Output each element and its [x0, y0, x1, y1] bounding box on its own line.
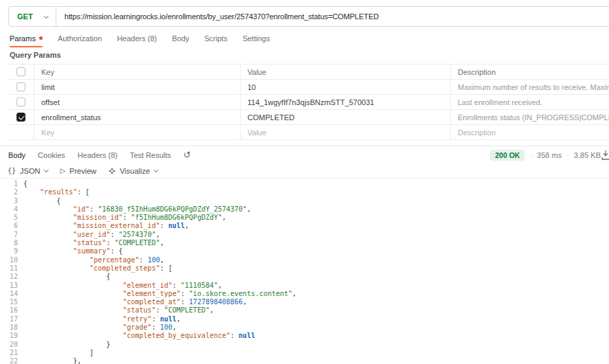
tab-headers[interactable]: Headers (8): [117, 28, 157, 49]
tab-response-headers[interactable]: Headers (8): [78, 151, 118, 159]
param-description[interactable]: Enrollments status (IN_PROGRESS|COMPLETE…: [451, 110, 609, 124]
param-value[interactable]: 114_1wgyfIf7n3qjsBNzmSTT_570031: [241, 95, 451, 109]
status-badge[interactable]: 200 OK: [490, 150, 524, 161]
visualize-button[interactable]: Visualize: [109, 167, 157, 175]
line-number: 4: [0, 205, 18, 214]
save-response-icon[interactable]: [601, 150, 609, 161]
tab-scripts[interactable]: Scripts: [204, 28, 228, 49]
method-selector[interactable]: GET: [9, 7, 56, 26]
line-number: 9: [0, 247, 18, 255]
code-line: {: [23, 180, 296, 188]
param-value[interactable]: 10: [241, 80, 451, 94]
select-all-cell: [8, 65, 34, 79]
code-gutter: 1234567891011121314151617181920212223: [0, 180, 23, 364]
chevron-down-icon: [44, 168, 49, 172]
line-number: 16: [0, 306, 18, 315]
tab-body[interactable]: Body: [172, 28, 189, 49]
param-description[interactable]: Last enrollment received.: [451, 95, 609, 109]
code-line: "mission_id": "f5IhHum8DG6kPQPgDZdY",: [23, 214, 296, 222]
line-number: 15: [0, 298, 18, 306]
braces-icon: {}: [8, 167, 16, 174]
request-url-bar: GET https://mission.learningrocks.io/enr…: [8, 6, 609, 27]
tab-response-body-label: Body: [8, 151, 25, 159]
param-checkbox-unchecked[interactable]: [16, 82, 25, 91]
checkbox-cell: [8, 110, 34, 124]
param-value[interactable]: COMPLETED: [241, 110, 451, 124]
code-line: "status": "COMPLETED",: [23, 239, 296, 247]
tab-authorization[interactable]: Authorization: [58, 28, 102, 49]
table-row: limit10Maximum number of results to rece…: [8, 80, 609, 95]
table-row: enrollment_statusCOMPLETEDEnrollments st…: [8, 110, 609, 125]
format-dropdown[interactable]: {} JSON: [8, 167, 47, 175]
column-header-key: Key: [34, 65, 241, 79]
tab-response-headers-label: Headers (8): [78, 151, 118, 159]
tab-params[interactable]: Params: [10, 28, 43, 49]
select-all-checkbox[interactable]: [16, 67, 25, 76]
query-params-heading: Query Params: [10, 51, 609, 59]
chevron-down-icon: [154, 168, 159, 172]
response-header: Body Cookies Headers (8) Test Results ↺ …: [0, 146, 609, 163]
param-key[interactable]: offset: [34, 95, 241, 109]
code-line: {: [23, 273, 296, 281]
param-description-placeholder[interactable]: Description: [451, 125, 609, 139]
checkbox-cell: [8, 80, 34, 94]
tab-settings-label: Settings: [243, 34, 270, 43]
line-number: 14: [0, 290, 18, 298]
query-params-table: Key Value Description limit10Maximum num…: [8, 64, 609, 140]
code-line: "retry": null,: [23, 315, 296, 323]
response-time[interactable]: 358 ms: [537, 151, 562, 159]
code-line: "status": "COMPLETED",: [23, 306, 296, 315]
line-number: 8: [0, 239, 18, 247]
code-line: "completed_steps": [: [23, 264, 296, 273]
param-checkbox-checked[interactable]: [16, 113, 25, 122]
tab-params-label: Params: [10, 34, 36, 43]
checkbox-cell: [8, 125, 34, 139]
param-key[interactable]: enrollment_status: [34, 110, 241, 124]
line-number: 20: [0, 341, 18, 349]
line-number: 17: [0, 315, 18, 323]
code-line: {: [23, 197, 296, 205]
response-size[interactable]: 3.85 KB: [574, 151, 601, 159]
checkbox-cell: [8, 95, 34, 109]
line-number: 5: [0, 214, 18, 222]
method-label: GET: [17, 12, 33, 21]
table-row-placeholder: KeyValueDescription: [8, 125, 609, 140]
code-line: }: [23, 341, 296, 349]
code-line: "completed_by_equivalence": null: [23, 332, 296, 340]
tab-authorization-label: Authorization: [58, 34, 102, 43]
tab-response-test-results-label: Test Results: [130, 151, 171, 159]
line-number: 1: [0, 180, 18, 188]
tab-body-label: Body: [172, 34, 189, 43]
tab-response-cookies-label: Cookies: [38, 151, 65, 159]
visualize-icon: [109, 168, 115, 174]
code-line: "mission_external_id": null,: [23, 222, 296, 230]
param-key-placeholder[interactable]: Key: [34, 125, 241, 139]
preview-label: Preview: [69, 167, 96, 175]
param-description[interactable]: Maximum number of results to receive. Ma…: [451, 80, 609, 94]
code-line: "element_id": "1110584",: [23, 282, 296, 290]
history-icon[interactable]: ↺: [184, 150, 191, 159]
tab-headers-label: Headers (8): [117, 34, 157, 43]
param-value-placeholder[interactable]: Value: [241, 125, 451, 139]
dot-separator-icon: ·: [566, 151, 569, 159]
param-key[interactable]: limit: [34, 80, 241, 94]
tab-response-cookies[interactable]: Cookies: [38, 151, 65, 159]
param-checkbox-unchecked[interactable]: [16, 98, 25, 106]
code-line: "summary": {: [23, 247, 296, 255]
tab-response-test-results[interactable]: Test Results: [130, 151, 171, 159]
preview-button[interactable]: ▷ Preview: [60, 167, 96, 175]
table-header-row: Key Value Description: [8, 65, 609, 80]
code-line: "user_id": "2574370",: [23, 231, 296, 239]
line-number: 11: [0, 264, 18, 273]
code-line: "completed_at": 1727898408866,: [23, 298, 296, 306]
response-body-toolbar: {} JSON ▷ Preview Visualize: [0, 163, 609, 179]
response-meta: 200 OK · 358 ms · 3.85 KB: [490, 150, 601, 161]
line-number: 13: [0, 282, 18, 290]
tab-settings[interactable]: Settings: [243, 28, 270, 49]
url-input[interactable]: https://mission.learningrocks.io/enrollm…: [56, 12, 387, 21]
column-header-description: Description: [451, 65, 609, 79]
response-body-code[interactable]: 1234567891011121314151617181920212223 { …: [0, 179, 609, 364]
line-number: 2: [0, 188, 18, 196]
tab-response-body[interactable]: Body: [8, 151, 25, 159]
line-number: 7: [0, 231, 18, 239]
